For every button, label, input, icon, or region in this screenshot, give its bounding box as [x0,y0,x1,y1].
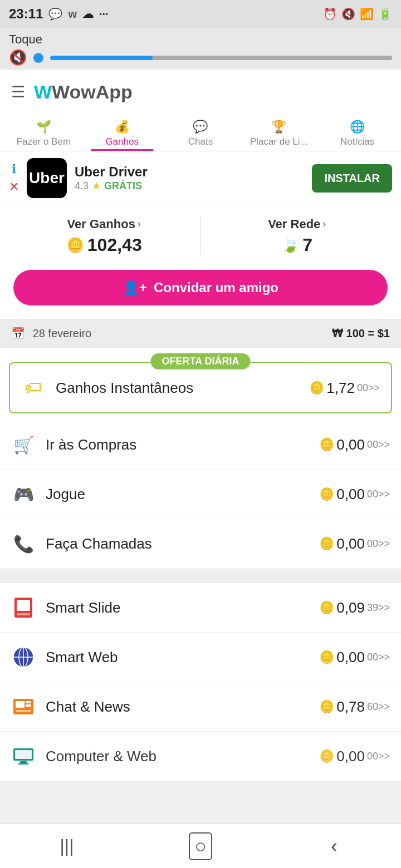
nav-tabs: 🌱 Fazer o Bem 💰 Ganhos 💬 Chats 🏆 Placar … [0,114,401,151]
smartslide-value: 🪙 0,09 39>> [319,599,390,617]
home-button[interactable]: ○ [178,824,223,869]
daily-offer-value: 🪙 1,72 00>> [309,379,380,397]
tab-noticias[interactable]: 🌐 Notícias [318,114,397,151]
list-item-computerweb[interactable]: Computer & Web 🪙 0,00 00>> [0,732,401,781]
svg-rect-9 [16,701,25,708]
wifi-icon: 📶 [360,7,374,21]
ad-controls: ℹ ✕ [9,162,19,194]
tab-ganhos[interactable]: 💰 Ganhos [83,114,162,151]
cart-icon: 🛒 [11,432,36,457]
calendar-icon: 📅 [11,327,25,339]
invite-row: 👤+ Convidar um amigo [0,261,401,319]
info-icon[interactable]: ℹ [12,162,16,176]
noticias-icon: 🌐 [350,120,365,134]
ad-free-label: GRÁTIS [104,180,142,192]
tab-fazer[interactable]: 🌱 Fazer o Bem [4,114,83,151]
date-label: 28 fevereiro [33,327,92,339]
list-item-calls[interactable]: 📞 Faça Chamadas 🪙 0,00 00>> [0,519,401,569]
rate-section: ₩ 100 = $1 [332,327,390,340]
mute-volume-icon: 🔇 [9,49,27,66]
alarm-icon: ⏰ [323,7,337,21]
earnings-value: 🪙 102,43 [66,235,142,255]
tab-chats-label: Chats [188,136,213,147]
notif-label: Toque [9,32,392,47]
tab-ganhos-label: Ganhos [105,136,139,147]
earnings-block[interactable]: Ver Ganhos › 🪙 102,43 [13,217,195,255]
daily-offer-suffix: 00>> [357,382,380,394]
smartslide-label: Smart Slide [46,599,319,617]
status-bar: 23:11 💬 w ☁ ··· ⏰ 🔇 📶 🔋 [0,0,401,28]
close-icon[interactable]: ✕ [9,180,19,194]
daily-offer-item[interactable]: OFERTA DIÁRIA 🏷 Ganhos Instantâneos 🪙 1,… [9,362,392,413]
ad-banner: ℹ ✕ Uber Uber Driver 4.3 ★ GRÁTIS INSTAL… [0,151,401,205]
list-item-smartweb[interactable]: Smart Web 🪙 0,00 00>> [0,633,401,682]
back-icon: ‹ [331,835,338,858]
w-coin-icon-3: 🪙 [319,487,334,501]
recent-apps-button[interactable]: ||| [45,824,89,869]
tab-placar[interactable]: 🏆 Placar de Li... [239,114,318,151]
network-block[interactable]: Ver Rede › 🍃 7 [207,217,388,255]
app-header: ☰ WWowApp [0,70,401,114]
add-friend-icon: 👤+ [123,280,147,295]
chatnews-label: Chat & News [46,698,319,716]
install-button[interactable]: INSTALAR [312,164,392,193]
w-coin-icon-4: 🪙 [319,536,334,551]
recent-icon: ||| [60,836,74,856]
status-time: 23:11 [9,6,43,22]
main-list: 🛒 Ir às Compras 🪙 0,00 00>> 🎮 Jogue 🪙 0,… [0,420,401,569]
cloud-icon: ☁ [82,7,94,21]
date-section: 📅 28 fevereiro [11,327,91,340]
leaf-icon: 🍃 [281,236,299,254]
computer-icon [11,744,36,768]
network-value: 🍃 7 [281,235,312,255]
w-coin-icon-8: 🪙 [319,749,334,763]
more-icon: ··· [99,8,109,21]
list-item-chatnews[interactable]: Chat & News 🪙 0,78 60>> [0,682,401,732]
svg-rect-2 [17,613,30,615]
mute-icon: 🔇 [341,7,355,21]
w-icon: w [68,8,77,21]
w-coin-icon-7: 🪙 [319,699,334,714]
app-logo: WWowApp [34,81,133,103]
svg-rect-14 [15,750,32,759]
network-label: Ver Rede › [268,217,326,231]
shopping-value: 🪙 0,00 00>> [319,436,390,453]
notification-bar: Toque 🔇 [0,28,401,70]
rate-label: ₩ 100 = $1 [332,327,390,339]
svg-rect-12 [16,710,31,712]
phone-icon: 📞 [11,531,36,556]
tag-icon: 🏷 [21,376,46,400]
daily-offer-badge: OFERTA DIÁRIA [151,353,251,369]
home-icon: ○ [189,832,212,860]
earnings-label: Ver Ganhos › [67,217,141,231]
ad-app-info: Uber Driver 4.3 ★ GRÁTIS [75,164,304,192]
play-value: 🪙 0,00 00>> [319,486,390,503]
hamburger-icon[interactable]: ☰ [11,83,25,101]
w-coin-icon: 🪙 [309,381,324,395]
list-item-play[interactable]: 🎮 Jogue 🪙 0,00 00>> [0,470,401,519]
svg-rect-10 [26,701,31,703]
list-item-smartslide[interactable]: Smart Slide 🪙 0,09 39>> [0,583,401,633]
svg-rect-15 [20,761,27,763]
invite-button[interactable]: 👤+ Convidar um amigo [13,270,388,305]
chevron-right-icon-2: › [322,218,326,230]
w-coin-icon-6: 🪙 [319,650,334,664]
ad-app-name: Uber Driver [75,164,304,180]
list-item-shopping[interactable]: 🛒 Ir às Compras 🪙 0,00 00>> [0,420,401,470]
game-icon: 🎮 [11,482,36,506]
back-button[interactable]: ‹ [312,824,356,869]
calls-value: 🪙 0,00 00>> [319,535,390,553]
w-coin-icon-2: 🪙 [319,437,334,452]
svg-rect-1 [17,600,30,611]
slide-icon [11,595,36,620]
svg-rect-11 [26,704,31,707]
tab-chats[interactable]: 💬 Chats [162,114,240,151]
computerweb-label: Computer & Web [46,748,319,765]
whatsapp-icon: 💬 [48,7,62,21]
svg-rect-16 [18,763,29,765]
date-rate-bar: 📅 28 fevereiro ₩ 100 = $1 [0,319,401,348]
placar-icon: 🏆 [271,120,286,134]
secondary-list: Smart Slide 🪙 0,09 39>> Smart Web 🪙 0,00… [0,583,401,781]
computerweb-value: 🪙 0,00 00>> [319,748,390,765]
daily-offer-wrapper: OFERTA DIÁRIA 🏷 Ganhos Instantâneos 🪙 1,… [0,348,401,420]
